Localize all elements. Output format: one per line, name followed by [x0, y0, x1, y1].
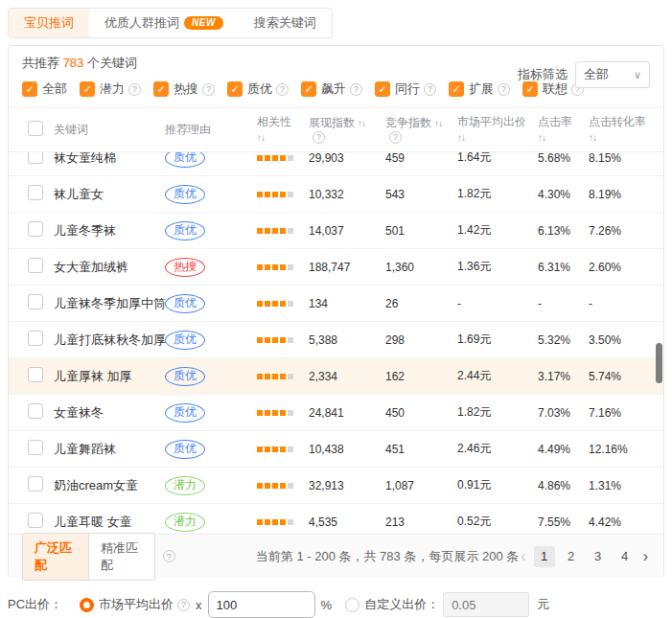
header-cell[interactable]: 相关性↑↓	[257, 115, 309, 145]
filter-rising[interactable]: ✓飙升?	[301, 80, 362, 98]
header-cell[interactable]: 推荐理由	[165, 122, 257, 138]
column-label: 竞争指数	[385, 116, 431, 130]
ctr-cell: 4.86%	[538, 479, 589, 492]
keyword-text: 儿童舞蹈袜	[54, 442, 116, 456]
help-icon[interactable]: ?	[350, 83, 362, 96]
row-checkbox-cell	[9, 258, 54, 276]
keyword-text: 儿童厚袜 加厚	[54, 369, 132, 383]
tab-search-keywords[interactable]: 搜索关键词	[239, 9, 332, 37]
table-row[interactable]: 奶油cream女童潜力32,9131,0870.91元4.86%1.31%	[9, 468, 663, 504]
header-cell[interactable]: 市场平均出价↑↓	[457, 115, 538, 145]
row-checkbox[interactable]	[28, 440, 43, 455]
row-checkbox-cell	[9, 513, 54, 531]
sort-icon[interactable]: ↑↓	[434, 116, 442, 130]
row-checkbox[interactable]	[28, 403, 43, 419]
header-cell[interactable]: 点击转化率↑↓	[589, 115, 663, 145]
tab-item-keywords[interactable]: 宝贝推词	[9, 9, 89, 37]
filter-potential[interactable]: ✓潜力?	[80, 80, 141, 98]
help-icon[interactable]: ?	[389, 131, 402, 144]
page-4[interactable]: 4	[614, 546, 636, 567]
table-row[interactable]: 袜儿童女质优10,3325431.82元4.30%8.19%	[9, 176, 663, 213]
help-icon[interactable]: ?	[128, 83, 141, 96]
cvr-cell: 7.16%	[589, 406, 663, 420]
table-row[interactable]: 儿童袜冬季加厚中筒质优13426---	[9, 286, 663, 322]
sort-icon[interactable]: ↑↓	[538, 130, 545, 145]
row-checkbox[interactable]	[28, 258, 43, 273]
filter-high-quality[interactable]: ✓质优?	[227, 80, 289, 98]
help-icon[interactable]: ?	[177, 599, 190, 611]
tab-audience-keywords[interactable]: 优质人群推词NEW	[89, 9, 239, 37]
table-row[interactable]: 儿童耳暖 女童潜力4,5352130.52元7.55%4.42%	[9, 504, 663, 534]
relevance-bars	[257, 192, 309, 197]
avg-price-radio[interactable]	[80, 598, 94, 612]
bid-multiplier-input[interactable]	[208, 591, 315, 618]
row-checkbox[interactable]	[28, 152, 43, 164]
table-row[interactable]: 女童袜冬质优24,8414501.82元7.03%7.16%	[9, 395, 663, 431]
scrollbar-thumb[interactable]	[656, 343, 662, 383]
checkbox-icon[interactable]: ✓	[375, 81, 390, 97]
sort-icon[interactable]: ↑↓	[257, 130, 265, 145]
table-row[interactable]: 儿童舞蹈袜质优10,4384512.46元4.49%12.16%	[9, 431, 663, 468]
sort-icon[interactable]: ↑↓	[457, 130, 465, 145]
page-info: 当前第 1 - 200 条，共 783 条，每页展示 200 条	[256, 548, 520, 565]
match-exact[interactable]: 精准匹配	[88, 534, 154, 580]
reason-cell: 质优	[165, 185, 257, 204]
checkbox-icon[interactable]: ✓	[227, 81, 243, 97]
select-all-checkbox[interactable]	[28, 121, 43, 136]
sort-icon[interactable]: ↑↓	[589, 130, 596, 145]
filter-all[interactable]: ✓全部	[22, 80, 67, 98]
help-icon[interactable]: ?	[202, 83, 215, 96]
match-broad[interactable]: 广泛匹配	[23, 534, 88, 580]
page-3[interactable]: 3	[588, 546, 609, 567]
checkbox-icon[interactable]: ✓	[22, 81, 37, 97]
checkbox-icon[interactable]: ✓	[80, 81, 95, 97]
filter-expand[interactable]: ✓扩展?	[449, 80, 510, 98]
page-1[interactable]: 1	[534, 546, 555, 567]
table-row[interactable]: 儿童厚袜 加厚质优2,3341622.44元3.17%5.74%	[9, 358, 663, 395]
column-label: 相关性	[257, 115, 291, 129]
filter-hot-search[interactable]: ✓热搜?	[153, 80, 215, 98]
row-checkbox[interactable]	[28, 221, 43, 237]
relevance-bar	[257, 301, 263, 307]
row-checkbox[interactable]	[28, 294, 43, 309]
next-page-icon[interactable]: ›	[641, 549, 650, 564]
keyword-cell: 儿童厚袜 加厚	[54, 368, 165, 385]
help-icon[interactable]: ?	[163, 550, 175, 562]
header-cell[interactable]: 展现指数↑↓?	[309, 116, 385, 144]
filter-peer[interactable]: ✓同行?	[375, 80, 436, 98]
table-row[interactable]: 女大童加绒裤热搜188,7471,3601.36元6.31%2.60%	[9, 249, 663, 286]
help-icon[interactable]: ?	[498, 83, 510, 96]
table-row[interactable]: 儿童打底袜秋冬加厚质优5,3882981.69元5.32%3.50%	[9, 322, 663, 358]
table-row[interactable]: 儿童冬季袜质优14,0375011.42元6.13%7.26%	[9, 213, 663, 249]
reason-cell: 质优	[165, 152, 257, 168]
ctr-cell: 7.55%	[538, 515, 589, 529]
help-icon[interactable]: ?	[313, 131, 325, 144]
row-checkbox[interactable]	[28, 331, 43, 346]
keyword-cell: 女童袜冬	[54, 404, 165, 422]
row-checkbox[interactable]	[28, 513, 43, 528]
sort-icon[interactable]: ↑↓	[358, 116, 365, 130]
custom-bid-label: 自定义出价：	[364, 596, 439, 613]
custom-bid-radio[interactable]	[345, 598, 359, 612]
header-cell[interactable]: 竞争指数↑↓?	[385, 116, 457, 144]
custom-bid-input[interactable]	[443, 592, 529, 617]
row-checkbox[interactable]	[28, 367, 43, 382]
checkbox-icon[interactable]: ✓	[153, 81, 169, 97]
row-checkbox[interactable]	[28, 476, 43, 492]
compete-index-cell: 450	[385, 406, 457, 420]
relevance-bar	[257, 519, 263, 525]
checkbox-icon[interactable]: ✓	[301, 81, 316, 97]
relevance-bar	[280, 192, 286, 197]
checkbox-icon[interactable]: ✓	[449, 81, 464, 97]
page-2[interactable]: 2	[561, 546, 582, 567]
table-row[interactable]: 袜女童纯棉质优29,9034591.64元5.68%8.15%	[9, 152, 663, 176]
ctr-cell: 6.13%	[538, 224, 589, 238]
metric-filter-select[interactable]: 全部 ∨	[575, 61, 650, 88]
header-cell[interactable]: 点击率↑↓	[538, 115, 589, 145]
help-icon[interactable]: ?	[424, 83, 436, 96]
help-icon[interactable]: ?	[276, 83, 289, 96]
header-cell[interactable]: 关键词	[54, 122, 165, 138]
row-checkbox[interactable]	[28, 185, 43, 200]
relevance-bar	[257, 410, 263, 416]
prev-page-icon[interactable]: ‹	[519, 549, 527, 564]
